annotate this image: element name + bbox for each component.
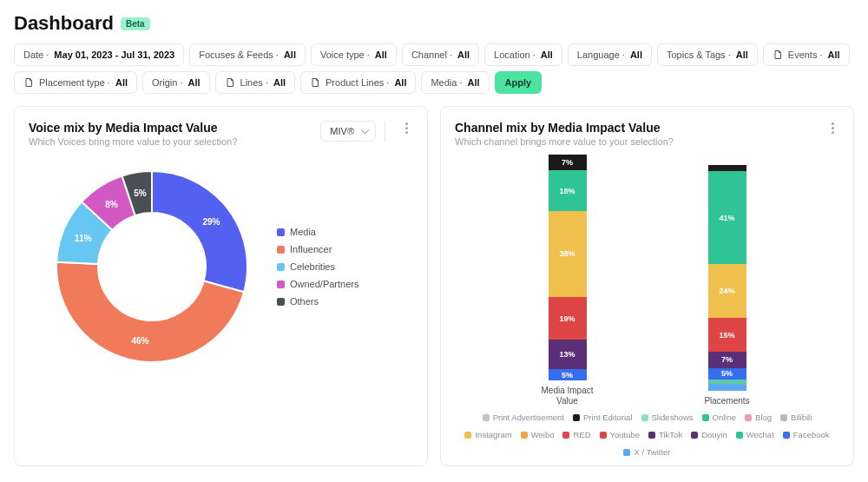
filter-label: Topics & Tags · (667, 50, 731, 60)
legend-label: Others (290, 296, 319, 307)
filter-label: Media · (431, 77, 462, 88)
filter-origin[interactable]: Origin · All (142, 71, 210, 94)
channel-legend-item: Print Editorial (573, 413, 633, 422)
document-icon (773, 50, 783, 60)
filter-media[interactable]: Media · All (421, 71, 489, 94)
filter-value: All (457, 50, 470, 60)
legend-swatch (277, 246, 285, 254)
filter-voice-type[interactable]: Voice type · All (311, 43, 397, 66)
filter-value: All (736, 50, 748, 60)
bar-segment: 13% (549, 340, 587, 369)
voice-card-subtitle: Which Voices bring more value to your se… (29, 136, 313, 147)
legend-label: TikTok (659, 430, 682, 439)
filter-label: Voice type · (320, 50, 370, 60)
filter-value: All (541, 50, 553, 60)
filter-channel[interactable]: Channel · All (402, 43, 479, 66)
legend-swatch (277, 298, 285, 306)
legend-swatch (783, 432, 790, 439)
legend-swatch (745, 414, 752, 421)
document-icon (310, 77, 320, 88)
filter-language[interactable]: Language · All (568, 43, 652, 66)
filter-label: Events · (788, 50, 823, 60)
legend-swatch (277, 263, 285, 271)
legend-item: Influencer (277, 244, 358, 254)
legend-swatch (691, 432, 698, 439)
legend-label: Online (713, 413, 736, 422)
channel-legend-item: Instagram (464, 430, 511, 439)
bar-segment: 7% (708, 352, 746, 367)
bar-segment: 24% (708, 264, 746, 318)
legend-label: Instagram (475, 430, 511, 439)
voice-mix-card: Voice mix by Media Impact Value Which Vo… (14, 106, 428, 466)
channel-legend-item: Slideshows (641, 413, 694, 422)
legend-label: Bilibili (791, 413, 812, 422)
filter-value: May 01, 2023 - Jul 31, 2023 (54, 50, 174, 60)
filter-value: All (115, 77, 128, 88)
legend-label: Douyin (701, 430, 727, 439)
donut-slice-label: 46% (131, 335, 148, 345)
bar-segment: 18% (549, 170, 587, 211)
channel-card-subtitle: Which channel brings more value to your … (455, 136, 813, 147)
legend-swatch (600, 432, 607, 439)
legend-swatch (562, 432, 569, 439)
legend-label: Influencer (290, 244, 332, 254)
legend-label: Print Editorial (583, 413, 633, 422)
legend-swatch (277, 228, 285, 236)
legend-label: Slideshows (652, 413, 694, 422)
legend-swatch (702, 414, 709, 421)
stacked-bar: 5%13%19%38%18%7% (549, 155, 587, 380)
filter-location[interactable]: Location · All (484, 43, 562, 66)
filter-topics-tags[interactable]: Topics & Tags · All (657, 43, 758, 66)
legend-label: Owned/Partners (290, 279, 358, 289)
filter-value: All (630, 50, 642, 60)
filter-label: Origin · (152, 77, 182, 88)
filter-value: All (375, 50, 387, 60)
legend-label: X / Twitter (634, 447, 670, 457)
filter-product-lines[interactable]: Product Lines · All (300, 71, 416, 94)
legend-swatch (277, 281, 285, 288)
donut-slice-label: 8% (105, 199, 117, 208)
bar-segment (708, 384, 746, 391)
beta-badge: Beta (121, 17, 150, 30)
donut-slice-label: 11% (75, 233, 92, 242)
bar-label: Media Impact Value (540, 386, 595, 406)
card-menu-icon[interactable] (825, 121, 839, 135)
filter-label: Date · (23, 50, 49, 60)
filter-date[interactable]: Date · May 01, 2023 - Jul 31, 2023 (14, 43, 184, 66)
channel-mix-card: Channel mix by Media Impact Value Which … (440, 106, 854, 466)
filter-value: All (468, 77, 480, 88)
legend-label: Blog (755, 413, 772, 422)
legend-swatch (623, 449, 630, 456)
filter-placement-type[interactable]: Placement type · All (14, 71, 137, 94)
voice-legend: MediaInfluencerCelebritiesOwned/Partners… (277, 227, 358, 307)
filter-focuses-feeds[interactable]: Focuses & Feeds · All (189, 43, 306, 66)
legend-label: RED (573, 430, 590, 439)
channel-legend-item: Weibo (521, 430, 555, 439)
channel-legend-item: Online (702, 413, 736, 422)
document-icon (225, 77, 235, 88)
filter-lines[interactable]: Lines · All (215, 71, 295, 94)
apply-button[interactable]: Apply (495, 71, 542, 94)
legend-swatch (521, 432, 528, 439)
bar-segment (708, 165, 746, 172)
legend-swatch (648, 432, 655, 439)
legend-label: Youtube (610, 430, 641, 439)
filter-events[interactable]: Events · All (763, 43, 850, 66)
legend-swatch (641, 414, 648, 421)
legend-swatch (483, 414, 490, 421)
channel-legend-item: Blog (745, 413, 772, 422)
metric-select[interactable]: MIV® (320, 121, 376, 142)
legend-swatch (464, 432, 471, 439)
legend-label: Wechat (746, 430, 774, 439)
bar-segment: 19% (549, 297, 587, 340)
channel-legend: Print AdvertisementPrint EditorialSlides… (455, 413, 839, 457)
filter-bar: Date · May 01, 2023 - Jul 31, 2023Focuse… (14, 43, 854, 94)
card-menu-icon[interactable] (399, 121, 413, 135)
filter-label: Lines · (240, 77, 268, 88)
channel-legend-item: X / Twitter (623, 447, 670, 457)
filter-value: All (394, 77, 406, 88)
bar-label: Placements (704, 396, 749, 406)
donut-slice-label: 5% (134, 188, 146, 198)
filter-value: All (273, 77, 286, 88)
channel-legend-item: Douyin (691, 430, 727, 439)
